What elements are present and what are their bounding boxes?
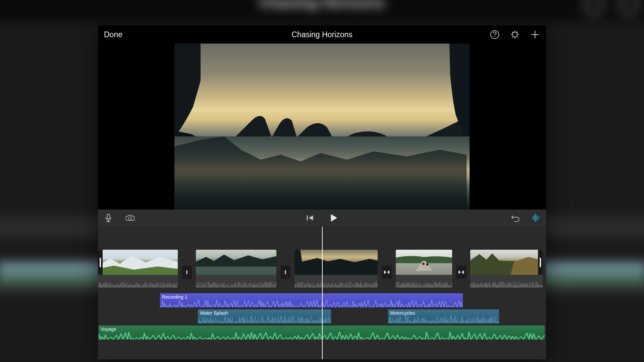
transition-none-icon[interactable] <box>280 265 290 279</box>
svg-rect-6 <box>186 270 187 274</box>
camera-icon[interactable] <box>124 213 136 223</box>
audio-track-label: Recording 1 <box>162 294 461 300</box>
audio-waveform <box>99 331 545 340</box>
preview-frame[interactable] <box>174 44 470 209</box>
play-icon[interactable] <box>328 212 339 224</box>
plus-icon[interactable] <box>530 29 540 40</box>
waveform-icon[interactable] <box>531 213 541 223</box>
project-title: Chasing Horizons <box>291 30 353 39</box>
playback-controls <box>98 209 546 226</box>
video-clip[interactable] <box>98 250 178 275</box>
clip-end-handle[interactable] <box>538 250 543 275</box>
clip-audio-strip <box>196 275 276 288</box>
svg-rect-3 <box>107 214 110 219</box>
svg-point-8 <box>422 263 425 265</box>
microphone-icon[interactable] <box>103 213 113 223</box>
svg-point-1 <box>494 36 495 37</box>
audio-track-label: Motorcycles <box>390 310 497 316</box>
clip-audio-strip <box>470 275 543 288</box>
playhead[interactable] <box>322 226 323 359</box>
timeline[interactable]: Recording 1Water SplashMotorcyclesVoyage <box>98 226 546 359</box>
audio-waveform <box>160 299 463 307</box>
transition-none-icon[interactable] <box>182 265 192 279</box>
preview-viewer <box>98 44 546 209</box>
audio-track-sfx2[interactable]: Motorcycles <box>388 309 499 323</box>
bg-share-icon <box>619 0 639 15</box>
undo-icon[interactable] <box>511 213 521 223</box>
gear-icon[interactable] <box>510 29 520 40</box>
svg-point-9 <box>426 263 429 265</box>
audio-waveform <box>388 315 499 323</box>
transition-crossfade-icon[interactable] <box>456 265 466 279</box>
done-button[interactable]: Done <box>104 30 122 39</box>
clip-audio-strip <box>98 275 178 288</box>
clip-audio-strip <box>294 275 378 288</box>
editor-topbar: Done Chasing Horizons <box>98 25 546 44</box>
video-editor-panel: Done Chasing Horizons <box>98 25 546 359</box>
help-icon[interactable] <box>490 29 500 40</box>
svg-rect-7 <box>285 270 286 274</box>
bg-title: Chasing Horizons <box>259 0 385 11</box>
audio-track-label: Voyage <box>101 326 543 332</box>
video-clip[interactable] <box>196 250 276 275</box>
audio-track-sfx1[interactable]: Water Splash <box>198 309 331 323</box>
video-clip[interactable] <box>470 250 543 275</box>
video-clip[interactable] <box>396 250 452 275</box>
transition-crossfade-icon[interactable] <box>382 265 392 279</box>
audio-track-rec1[interactable]: Recording 1 <box>160 293 463 307</box>
clip-start-handle[interactable] <box>98 250 103 275</box>
skip-back-icon[interactable] <box>305 213 315 223</box>
audio-waveform <box>198 315 331 323</box>
svg-point-4 <box>129 217 132 220</box>
video-clip[interactable] <box>294 250 378 275</box>
bg-help-icon <box>584 0 604 15</box>
svg-rect-5 <box>307 216 308 221</box>
audio-track-label: Water Splash <box>200 310 329 316</box>
clip-audio-strip <box>396 275 452 288</box>
audio-track-music[interactable]: Voyage <box>99 325 545 340</box>
